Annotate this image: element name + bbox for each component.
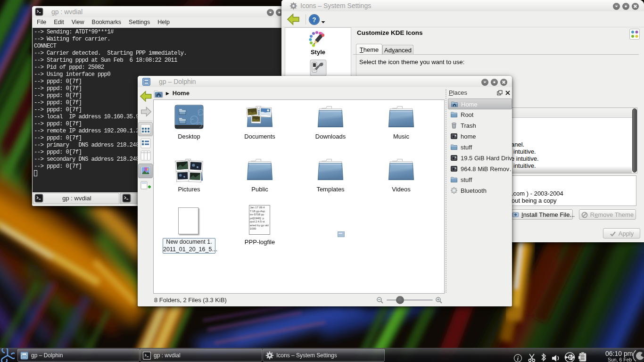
svg-text:i: i — [517, 355, 519, 362]
svg-text:?: ? — [312, 16, 316, 24]
